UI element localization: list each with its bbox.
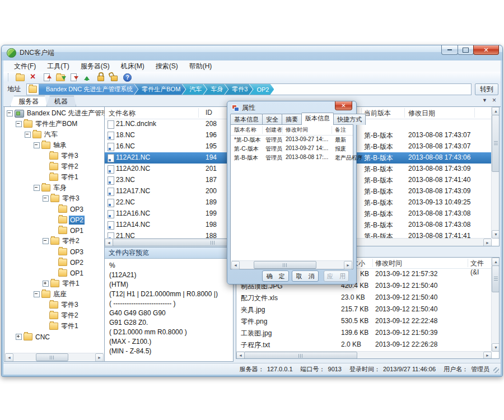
column-creator[interactable]: 创建者 [265, 126, 282, 134]
go-button[interactable]: 转到 [475, 83, 498, 95]
tree-item[interactable]: 零件3 [4, 151, 104, 161]
tree-item[interactable]: 零件1 [4, 278, 104, 289]
resize-grip[interactable] [493, 367, 499, 373]
tree-item[interactable]: 零件3 [4, 300, 104, 310]
maximize-button[interactable] [458, 45, 474, 55]
apply-button[interactable]: 应 用 [324, 270, 349, 282]
scroll-right-icon[interactable]: ► [95, 353, 104, 362]
scroll-thumb[interactable] [254, 261, 316, 269]
menu-server[interactable]: 服务器(S) [76, 60, 115, 72]
expander-minus-icon[interactable] [34, 142, 40, 148]
download-file-icon[interactable] [69, 73, 78, 82]
file-list-vscrollbar[interactable]: ▲ ▼ [491, 107, 499, 239]
close-view-icon[interactable]: × [492, 97, 496, 103]
scroll-down-icon[interactable]: ▼ [492, 343, 500, 352]
check-in-file-icon[interactable] [42, 73, 52, 82]
menu-machine[interactable]: 机床(M) [116, 60, 150, 72]
scroll-right-icon[interactable]: ► [344, 261, 352, 269]
expander-minus-icon[interactable] [7, 110, 13, 116]
dialog-hscrollbar[interactable]: ◄ ► [231, 260, 352, 268]
tree-item[interactable]: 零件2 [4, 236, 104, 246]
tree-item[interactable]: 零件1 [4, 172, 104, 183]
tree-item[interactable]: OP2 [4, 257, 104, 268]
upload-arrow-icon[interactable] [82, 73, 92, 82]
tree-item[interactable]: 汽车 [4, 129, 104, 140]
breadcrumb-root[interactable]: Bandex DNC 先进生产管理系统 [39, 84, 138, 95]
tree-item[interactable]: 零件2 [4, 161, 104, 172]
dialog-close-button[interactable]: ✕ [335, 101, 352, 110]
attachment-row[interactable]: 配刀文件.xls23.0 KB2013-09-12 21:50:40 [236, 292, 492, 304]
version-row[interactable]: *第-D-版本管理员2013-09-27 14:...最新 [231, 136, 353, 144]
scroll-up-icon[interactable]: ▲ [492, 107, 500, 115]
scroll-left-icon[interactable]: ◄ [236, 352, 245, 359]
attachment-vscrollbar[interactable]: ▲ ▼ [491, 258, 499, 352]
tree-item[interactable]: 轴承 [4, 140, 104, 151]
expander-plus-icon[interactable] [16, 334, 22, 340]
expander-minus-icon[interactable] [16, 121, 22, 127]
tree-item[interactable]: 零件生产BOM [4, 119, 104, 129]
scroll-left-icon[interactable]: ◄ [231, 261, 240, 269]
tree-item[interactable]: 底座 [4, 289, 104, 300]
column-id[interactable]: ID [206, 109, 212, 116]
expander-minus-icon[interactable] [34, 185, 40, 191]
tab-security[interactable]: 安全 [262, 114, 282, 125]
breadcrumb-op2[interactable]: OP2 [249, 84, 274, 95]
help-icon[interactable] [123, 73, 132, 82]
tree-item[interactable]: OP1 [4, 225, 104, 236]
tree-item-root[interactable]: Bandex DNC 先进生产管理系统 [4, 108, 104, 119]
check-out-folder-icon[interactable] [55, 73, 65, 82]
column-note[interactable]: 备注 [335, 126, 346, 134]
column-modified-time[interactable]: 修改时间 [286, 126, 308, 134]
tab-summary[interactable]: 摘要 [282, 114, 302, 125]
scroll-thumb[interactable] [492, 115, 500, 172]
tree-item-selected[interactable]: OP2 [4, 214, 104, 225]
attachment-row[interactable]: 工装图.jpg139.6 KB2013-09-12 21:50:39 [236, 327, 492, 339]
scroll-right-icon[interactable]: ► [483, 239, 492, 246]
scroll-thumb[interactable] [244, 352, 357, 359]
folder-icon[interactable] [15, 73, 25, 82]
unlock-icon[interactable] [109, 73, 119, 82]
tab-server[interactable]: 服务器 [10, 96, 47, 106]
title-bar[interactable]: DNC客户端 ✕ [2, 45, 502, 60]
tab-version-info[interactable]: 版本信息 [301, 113, 334, 125]
attachment-row[interactable]: 子程序.txt2.0 KB2013-09-12 22:26:28 [236, 339, 492, 351]
scroll-down-icon[interactable]: ▼ [492, 230, 500, 239]
tab-basic-info[interactable]: 基本信息 [230, 114, 263, 125]
column-modified-time[interactable]: 修改时间 [375, 259, 402, 268]
scroll-thumb[interactable] [36, 353, 68, 361]
menu-file[interactable]: 文件(F) [9, 60, 41, 72]
cancel-button[interactable]: 取 消 [292, 270, 319, 282]
lock-icon[interactable] [96, 73, 105, 82]
column-version-name[interactable]: 版本名称 [234, 126, 256, 134]
tree-item[interactable]: OP3 [4, 204, 104, 214]
tree-item[interactable]: 零件1 [4, 321, 104, 332]
ok-button[interactable]: 确 定 [262, 270, 289, 282]
expander-minus-icon[interactable] [25, 132, 31, 138]
tree-hscrollbar[interactable]: ◄ ► [5, 353, 104, 361]
tree-item[interactable]: 车身 [4, 183, 104, 193]
breadcrumb[interactable]: Bandex DNC 先进生产管理系统 零件生产BOM 汽车 车身 零件3 OP… [26, 83, 472, 95]
tree-item[interactable]: OP1 [4, 268, 104, 278]
column-file-name[interactable]: 文件名称 [109, 109, 136, 118]
expander-minus-icon[interactable] [43, 238, 49, 244]
attachment-hscrollbar[interactable]: ◄ ► [236, 351, 492, 358]
attachment-row[interactable]: 夹具.jpg215.7 KB2013-09-12 21:50:40 [236, 304, 492, 315]
expander-minus-icon[interactable] [34, 291, 40, 297]
scroll-up-icon[interactable]: ▲ [492, 258, 500, 266]
close-button[interactable]: ✕ [473, 45, 499, 55]
tab-machine[interactable]: 机器 [46, 96, 76, 106]
tab-shortcut[interactable]: 快捷方式 [333, 114, 366, 125]
scroll-thumb[interactable] [492, 265, 500, 292]
breadcrumb-bom[interactable]: 零件生产BOM [134, 84, 185, 95]
scroll-left-icon[interactable]: ◄ [105, 239, 113, 246]
menu-search[interactable]: 搜索(S) [151, 60, 183, 72]
chevron-down-icon[interactable]: ▼ [482, 97, 487, 103]
tree-item-cnc[interactable]: CNC [4, 332, 104, 342]
expander-plus-icon[interactable] [43, 281, 49, 287]
scroll-left-icon[interactable]: ◄ [5, 353, 13, 362]
column-current-version[interactable]: 当前版本 [364, 109, 391, 118]
breadcrumb-body[interactable]: 车身 [203, 84, 228, 95]
attachment-row[interactable]: 零件.png530.5 KB2013-09-12 22:22:48 [236, 315, 492, 327]
breadcrumb-part3[interactable]: 零件3 [225, 84, 253, 95]
breadcrumb-car[interactable]: 汽车 [182, 84, 207, 95]
